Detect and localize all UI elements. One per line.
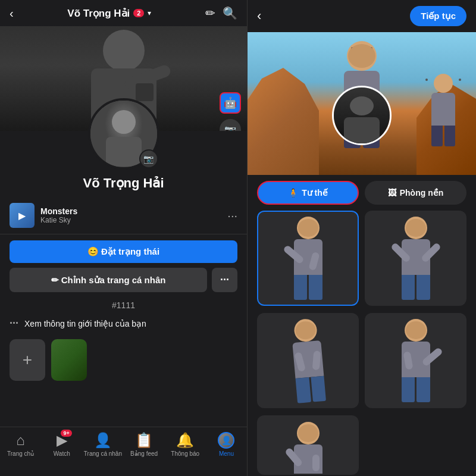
avatar-card-inner-5 — [258, 416, 358, 474]
avatar4-legs — [402, 377, 430, 402]
avatar-card-2[interactable] — [365, 211, 466, 306]
avatar-card-1[interactable] — [257, 211, 359, 306]
avatar1-leg-right — [309, 275, 322, 300]
avatar-card-3[interactable] — [257, 313, 359, 408]
avatar-mini-icon: 👤 — [221, 436, 231, 445]
avatar3-leg-right — [310, 376, 325, 402]
profile-icon: 👤 — [94, 432, 112, 449]
watch-badge-wrapper: ▶ 9+ — [57, 432, 67, 449]
edit-row: ✏ Chỉnh sửa trang cá nhân ··· — [10, 268, 237, 292]
avatar-body — [106, 137, 142, 167]
edit-icon[interactable]: ✏ — [205, 6, 215, 20]
side-head — [434, 74, 453, 93]
avatar-wrapper: 📷 — [88, 98, 159, 170]
left-header: ‹ Võ Trọng Hải 2 ▾ ✏ 🔍 — [0, 0, 247, 26]
avatar5-head — [297, 422, 320, 444]
tab-home[interactable]: ⌂ Trang chủ — [0, 432, 41, 457]
story-row: + — [0, 334, 247, 386]
side-leg-left — [431, 126, 443, 146]
story-background — [51, 339, 87, 381]
tab-feed[interactable]: 📋 Bảng feed — [124, 432, 165, 457]
story-item[interactable] — [51, 339, 87, 381]
play-icon: ▶ — [18, 210, 26, 221]
right-panel: ‹ Tiếp tục — [247, 0, 476, 476]
phong-nen-label: Phòng nền — [400, 188, 444, 198]
avatar-grid — [248, 211, 476, 476]
avatar2-leg-right — [416, 275, 430, 300]
avatar-photo-button[interactable]: 📷 — [139, 149, 158, 168]
music-thumbnail: ▶ — [10, 203, 35, 228]
bell-icon: 🔔 — [176, 432, 194, 449]
tab-profile-label: Trang cá nhân — [84, 450, 122, 457]
tu-the-label: Tư thế — [302, 188, 328, 198]
camera-icon: 📷 — [143, 154, 154, 164]
avatar-card-5[interactable] — [257, 415, 359, 475]
side-legs — [431, 126, 455, 146]
bottom-tab-bar: ⌂ Trang chủ ▶ 9+ Watch 👤 Trang cá nhân 📋… — [0, 427, 247, 476]
avatar-icon: 🤖 — [224, 96, 237, 109]
action-buttons: 😊 Đặt trạng thái ✏ Chỉnh sửa trang cá nh… — [0, 234, 247, 298]
tab-home-label: Trang chủ — [7, 450, 34, 457]
right-profile-inner — [334, 87, 390, 143]
right-header: ‹ Tiếp tục — [248, 0, 476, 32]
avatar1-leg-left — [294, 275, 308, 300]
avatar-card-inner-1 — [258, 212, 358, 305]
tab-menu[interactable]: 👤 Menu — [206, 432, 247, 457]
menu-avatar: 👤 — [218, 432, 234, 449]
pose-tabs: 🧍 Tư thế 🖼 Phòng nền — [248, 175, 476, 211]
feed-icon: 📋 — [135, 432, 153, 449]
avatar3-head — [293, 318, 317, 343]
tab-tu-the[interactable]: 🧍 Tư thế — [257, 181, 359, 205]
avatar3-legs — [295, 376, 325, 403]
tab-watch-label: Watch — [54, 450, 70, 457]
add-story-button[interactable]: + — [10, 339, 45, 381]
header-center: Võ Trọng Hải 2 ▾ — [67, 7, 151, 20]
avatar-head — [112, 110, 136, 134]
back-icon[interactable]: ‹ — [10, 7, 14, 20]
avatar4-leg-left — [402, 377, 415, 402]
music-title: Monsters — [40, 206, 221, 216]
music-row: ▶ Monsters Katie Sky ··· — [0, 197, 247, 234]
intro-row[interactable]: ··· Xem thông tin giới thiệu của bạn — [0, 312, 247, 334]
avatar1-head — [297, 217, 320, 239]
rock-left — [248, 68, 319, 175]
avatar-edit-button[interactable]: 🤖 — [220, 92, 241, 114]
profile-name: Võ Trọng Hải — [83, 176, 164, 191]
tab-notify-label: Thông báo — [171, 450, 199, 457]
side-leg-right — [444, 126, 456, 146]
avatar-card-4[interactable] — [365, 313, 466, 408]
person-icon: 🧍 — [288, 188, 298, 198]
right-back-button[interactable]: ‹ — [257, 8, 261, 24]
intro-dots-icon: ··· — [10, 317, 18, 330]
avatar2-head — [405, 217, 427, 239]
tab-phong-nen[interactable]: 🖼 Phòng nền — [365, 181, 466, 205]
avatar-card-inner-4 — [366, 314, 465, 407]
chevron-down-icon[interactable]: ▾ — [148, 9, 151, 17]
profile-header-name: Võ Trọng Hải — [67, 7, 130, 20]
more-button[interactable]: ··· — [212, 268, 237, 292]
avatar-card-inner-2 — [366, 212, 465, 305]
avatar3-leg-left — [295, 377, 311, 403]
intro-text: Xem thông tin giới thiệu của bạn — [24, 319, 146, 328]
user-id: #1111 — [0, 298, 247, 312]
tab-profile[interactable]: 👤 Trang cá nhân — [82, 432, 123, 457]
side-body — [431, 93, 455, 126]
set-status-button[interactable]: 😊 Đặt trạng thái — [10, 240, 237, 263]
avatar4-leg-right — [416, 377, 430, 402]
music-info: Monsters Katie Sky — [40, 206, 221, 224]
avatar-preview-area — [248, 32, 476, 175]
watch-badge: 9+ — [61, 430, 71, 437]
search-icon[interactable]: 🔍 — [223, 6, 237, 20]
home-icon: ⌂ — [16, 432, 25, 449]
plus-icon: + — [23, 350, 32, 369]
tab-notify[interactable]: 🔔 Thông báo — [165, 432, 206, 457]
right-profile-overlay — [332, 86, 392, 145]
tab-feed-label: Bảng feed — [130, 450, 158, 457]
tab-menu-label: Menu — [219, 450, 234, 457]
continue-button[interactable]: Tiếp tục — [410, 6, 466, 26]
tab-watch[interactable]: ▶ 9+ Watch — [41, 432, 82, 457]
music-more-button[interactable]: ··· — [227, 209, 237, 223]
profile-section: 📷 Võ Trọng Hải — [0, 98, 247, 197]
preview-background — [248, 32, 476, 175]
edit-profile-button[interactable]: ✏ Chỉnh sửa trang cá nhân — [10, 268, 207, 292]
